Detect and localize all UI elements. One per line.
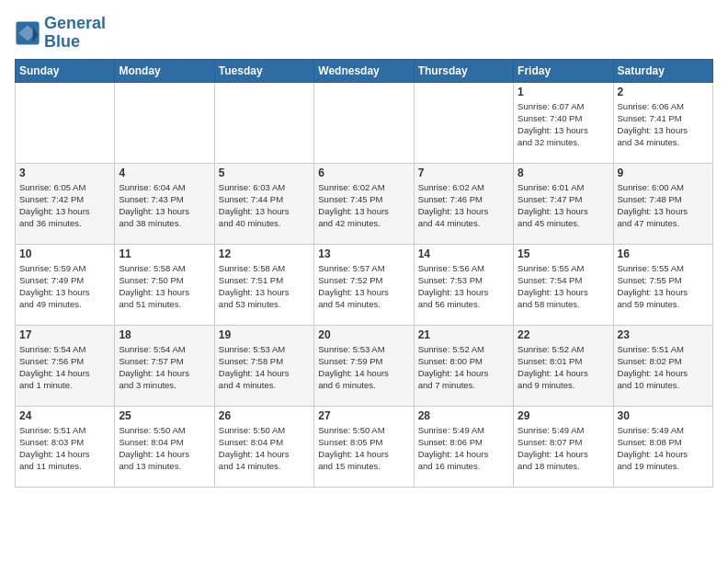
day-number: 21 xyxy=(418,328,509,341)
day-info: Sunrise: 5:49 AM Sunset: 8:06 PM Dayligh… xyxy=(418,424,509,473)
day-number: 26 xyxy=(219,409,310,422)
day-number: 23 xyxy=(618,328,709,341)
day-header-sunday: Sunday xyxy=(16,59,115,82)
calendar: SundayMondayTuesdayWednesdayThursdayFrid… xyxy=(15,59,713,488)
calendar-cell: 13Sunrise: 5:57 AM Sunset: 7:52 PM Dayli… xyxy=(314,244,414,325)
calendar-week-1: 1Sunrise: 6:07 AM Sunset: 7:40 PM Daylig… xyxy=(16,82,713,163)
calendar-cell: 15Sunrise: 5:55 AM Sunset: 7:54 PM Dayli… xyxy=(514,244,613,325)
day-info: Sunrise: 5:50 AM Sunset: 8:04 PM Dayligh… xyxy=(119,424,210,473)
day-header-friday: Friday xyxy=(514,59,613,82)
calendar-cell: 21Sunrise: 5:52 AM Sunset: 8:00 PM Dayli… xyxy=(414,325,513,406)
day-number: 18 xyxy=(119,328,210,341)
calendar-week-5: 24Sunrise: 5:51 AM Sunset: 8:03 PM Dayli… xyxy=(16,406,713,487)
calendar-cell: 17Sunrise: 5:54 AM Sunset: 7:56 PM Dayli… xyxy=(16,325,115,406)
calendar-cell: 23Sunrise: 5:51 AM Sunset: 8:02 PM Dayli… xyxy=(613,325,712,406)
calendar-cell: 20Sunrise: 5:53 AM Sunset: 7:59 PM Dayli… xyxy=(314,325,414,406)
day-info: Sunrise: 5:53 AM Sunset: 7:58 PM Dayligh… xyxy=(219,343,310,392)
calendar-cell: 6Sunrise: 6:02 AM Sunset: 7:45 PM Daylig… xyxy=(314,163,414,244)
calendar-cell: 22Sunrise: 5:52 AM Sunset: 8:01 PM Dayli… xyxy=(514,325,613,406)
calendar-cell xyxy=(414,82,513,163)
day-info: Sunrise: 5:54 AM Sunset: 7:56 PM Dayligh… xyxy=(19,343,110,392)
day-info: Sunrise: 5:49 AM Sunset: 8:07 PM Dayligh… xyxy=(518,424,609,473)
calendar-cell: 10Sunrise: 5:59 AM Sunset: 7:49 PM Dayli… xyxy=(16,244,115,325)
day-info: Sunrise: 5:52 AM Sunset: 8:00 PM Dayligh… xyxy=(418,343,509,392)
calendar-cell: 26Sunrise: 5:50 AM Sunset: 8:04 PM Dayli… xyxy=(214,406,313,487)
calendar-cell: 18Sunrise: 5:54 AM Sunset: 7:57 PM Dayli… xyxy=(115,325,214,406)
day-number: 30 xyxy=(618,409,709,422)
calendar-cell xyxy=(115,82,214,163)
calendar-cell: 11Sunrise: 5:58 AM Sunset: 7:50 PM Dayli… xyxy=(115,244,214,325)
calendar-week-2: 3Sunrise: 6:05 AM Sunset: 7:42 PM Daylig… xyxy=(16,163,713,244)
page-header: General Blue xyxy=(15,15,713,52)
calendar-cell: 24Sunrise: 5:51 AM Sunset: 8:03 PM Dayli… xyxy=(16,406,115,487)
calendar-cell xyxy=(314,82,414,163)
calendar-header-row: SundayMondayTuesdayWednesdayThursdayFrid… xyxy=(16,59,713,82)
day-number: 27 xyxy=(318,409,409,422)
day-info: Sunrise: 5:59 AM Sunset: 7:49 PM Dayligh… xyxy=(19,262,110,311)
day-info: Sunrise: 6:03 AM Sunset: 7:44 PM Dayligh… xyxy=(219,181,310,230)
logo-icon xyxy=(15,20,40,46)
day-info: Sunrise: 6:00 AM Sunset: 7:48 PM Dayligh… xyxy=(618,181,709,230)
calendar-cell: 19Sunrise: 5:53 AM Sunset: 7:58 PM Dayli… xyxy=(214,325,313,406)
calendar-cell: 4Sunrise: 6:04 AM Sunset: 7:43 PM Daylig… xyxy=(115,163,214,244)
day-info: Sunrise: 5:58 AM Sunset: 7:50 PM Dayligh… xyxy=(119,262,210,311)
logo: General Blue xyxy=(15,15,106,52)
day-number: 29 xyxy=(518,409,609,422)
day-info: Sunrise: 6:01 AM Sunset: 7:47 PM Dayligh… xyxy=(518,181,609,230)
day-number: 4 xyxy=(119,167,210,179)
day-header-thursday: Thursday xyxy=(414,59,513,82)
day-number: 16 xyxy=(618,247,709,260)
day-number: 24 xyxy=(19,409,110,422)
calendar-cell: 12Sunrise: 5:58 AM Sunset: 7:51 PM Dayli… xyxy=(214,244,313,325)
day-number: 11 xyxy=(119,247,210,260)
calendar-week-4: 17Sunrise: 5:54 AM Sunset: 7:56 PM Dayli… xyxy=(16,325,713,406)
day-number: 12 xyxy=(219,247,310,260)
day-header-saturday: Saturday xyxy=(613,59,712,82)
day-info: Sunrise: 5:51 AM Sunset: 8:02 PM Dayligh… xyxy=(618,343,709,392)
day-number: 19 xyxy=(219,328,310,341)
day-info: Sunrise: 5:50 AM Sunset: 8:04 PM Dayligh… xyxy=(219,424,310,473)
day-number: 14 xyxy=(418,247,509,260)
calendar-cell: 1Sunrise: 6:07 AM Sunset: 7:40 PM Daylig… xyxy=(514,82,613,163)
day-number: 1 xyxy=(518,86,609,98)
day-number: 10 xyxy=(19,247,110,260)
day-info: Sunrise: 5:54 AM Sunset: 7:57 PM Dayligh… xyxy=(119,343,210,392)
day-number: 17 xyxy=(19,328,110,341)
day-info: Sunrise: 5:51 AM Sunset: 8:03 PM Dayligh… xyxy=(19,424,110,473)
day-number: 6 xyxy=(318,167,409,179)
day-number: 8 xyxy=(518,167,609,179)
day-number: 7 xyxy=(418,167,509,179)
calendar-cell: 29Sunrise: 5:49 AM Sunset: 8:07 PM Dayli… xyxy=(514,406,613,487)
day-number: 20 xyxy=(318,328,409,341)
day-number: 28 xyxy=(418,409,509,422)
calendar-cell: 30Sunrise: 5:49 AM Sunset: 8:08 PM Dayli… xyxy=(613,406,712,487)
calendar-cell: 27Sunrise: 5:50 AM Sunset: 8:05 PM Dayli… xyxy=(314,406,414,487)
day-info: Sunrise: 5:57 AM Sunset: 7:52 PM Dayligh… xyxy=(318,262,409,311)
day-info: Sunrise: 5:55 AM Sunset: 7:55 PM Dayligh… xyxy=(618,262,709,311)
day-header-tuesday: Tuesday xyxy=(214,59,313,82)
day-info: Sunrise: 5:55 AM Sunset: 7:54 PM Dayligh… xyxy=(518,262,609,311)
day-number: 2 xyxy=(618,86,709,98)
day-number: 22 xyxy=(518,328,609,341)
day-number: 25 xyxy=(119,409,210,422)
calendar-week-3: 10Sunrise: 5:59 AM Sunset: 7:49 PM Dayli… xyxy=(16,244,713,325)
day-info: Sunrise: 6:06 AM Sunset: 7:41 PM Dayligh… xyxy=(618,100,709,149)
calendar-cell xyxy=(214,82,313,163)
day-number: 3 xyxy=(19,167,110,179)
day-info: Sunrise: 5:52 AM Sunset: 8:01 PM Dayligh… xyxy=(518,343,609,392)
day-info: Sunrise: 5:56 AM Sunset: 7:53 PM Dayligh… xyxy=(418,262,509,311)
calendar-cell: 16Sunrise: 5:55 AM Sunset: 7:55 PM Dayli… xyxy=(613,244,712,325)
day-number: 5 xyxy=(219,167,310,179)
day-info: Sunrise: 6:04 AM Sunset: 7:43 PM Dayligh… xyxy=(119,181,210,230)
day-number: 13 xyxy=(318,247,409,260)
calendar-cell: 28Sunrise: 5:49 AM Sunset: 8:06 PM Dayli… xyxy=(414,406,513,487)
day-header-monday: Monday xyxy=(115,59,214,82)
day-info: Sunrise: 6:02 AM Sunset: 7:45 PM Dayligh… xyxy=(318,181,409,230)
calendar-cell: 9Sunrise: 6:00 AM Sunset: 7:48 PM Daylig… xyxy=(613,163,712,244)
calendar-cell: 3Sunrise: 6:05 AM Sunset: 7:42 PM Daylig… xyxy=(16,163,115,244)
logo-text: General Blue xyxy=(44,15,106,52)
calendar-cell: 2Sunrise: 6:06 AM Sunset: 7:41 PM Daylig… xyxy=(613,82,712,163)
day-info: Sunrise: 5:49 AM Sunset: 8:08 PM Dayligh… xyxy=(618,424,709,473)
day-info: Sunrise: 5:53 AM Sunset: 7:59 PM Dayligh… xyxy=(318,343,409,392)
day-info: Sunrise: 5:58 AM Sunset: 7:51 PM Dayligh… xyxy=(219,262,310,311)
